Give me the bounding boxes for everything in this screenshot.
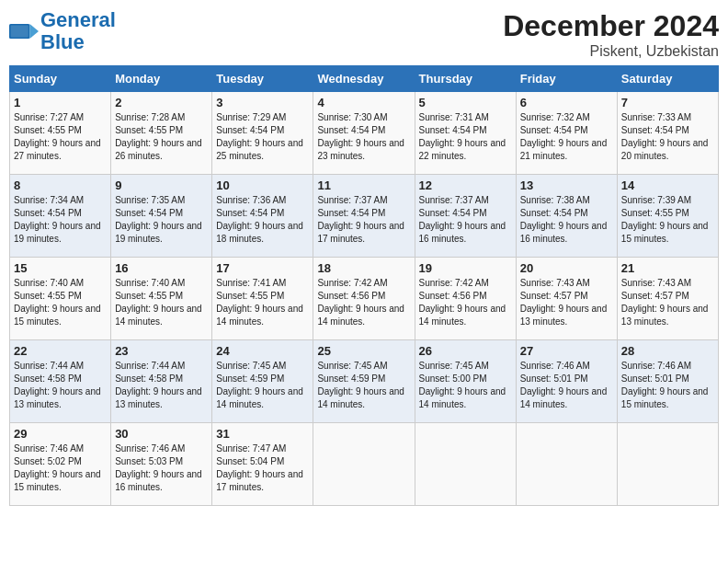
table-row: 4 Sunrise: 7:30 AM Sunset: 4:54 PM Dayli… bbox=[313, 92, 415, 175]
col-sunday: Sunday bbox=[10, 66, 111, 92]
day-info: Sunrise: 7:42 AM Sunset: 4:56 PM Dayligh… bbox=[317, 277, 410, 328]
day-number: 17 bbox=[216, 261, 309, 275]
day-number: 29 bbox=[14, 427, 107, 441]
day-info: Sunrise: 7:28 AM Sunset: 4:55 PM Dayligh… bbox=[115, 111, 208, 163]
table-row: 28 Sunrise: 7:46 AM Sunset: 5:01 PM Dayl… bbox=[617, 340, 718, 423]
day-number: 10 bbox=[216, 178, 309, 192]
logo-name-part2: Blue bbox=[40, 30, 85, 53]
day-number: 26 bbox=[419, 344, 512, 358]
col-wednesday: Wednesday bbox=[313, 66, 415, 92]
day-number: 7 bbox=[621, 96, 714, 109]
table-row: 13 Sunrise: 7:38 AM Sunset: 4:54 PM Dayl… bbox=[516, 175, 617, 258]
day-info: Sunrise: 7:41 AM Sunset: 4:55 PM Dayligh… bbox=[216, 277, 309, 328]
table-row: 9 Sunrise: 7:35 AM Sunset: 4:54 PM Dayli… bbox=[111, 175, 212, 258]
day-info: Sunrise: 7:42 AM Sunset: 4:56 PM Dayligh… bbox=[419, 277, 512, 328]
col-saturday: Saturday bbox=[617, 66, 718, 92]
day-info: Sunrise: 7:37 AM Sunset: 4:54 PM Dayligh… bbox=[419, 194, 512, 246]
day-number: 1 bbox=[14, 96, 107, 109]
table-row: 2 Sunrise: 7:28 AM Sunset: 4:55 PM Dayli… bbox=[111, 92, 212, 175]
table-row: 1 Sunrise: 7:27 AM Sunset: 4:55 PM Dayli… bbox=[10, 92, 111, 175]
day-number: 5 bbox=[419, 96, 512, 109]
day-info: Sunrise: 7:38 AM Sunset: 4:54 PM Dayligh… bbox=[520, 194, 613, 246]
day-number: 8 bbox=[14, 178, 107, 192]
day-number: 16 bbox=[115, 261, 208, 275]
table-row: 20 Sunrise: 7:43 AM Sunset: 4:57 PM Dayl… bbox=[516, 258, 617, 340]
day-info: Sunrise: 7:31 AM Sunset: 4:54 PM Dayligh… bbox=[419, 111, 512, 163]
table-row bbox=[313, 423, 415, 506]
day-number: 11 bbox=[317, 178, 410, 192]
day-info: Sunrise: 7:34 AM Sunset: 4:54 PM Dayligh… bbox=[14, 194, 107, 246]
day-number: 13 bbox=[520, 178, 613, 192]
table-row: 29 Sunrise: 7:46 AM Sunset: 5:02 PM Dayl… bbox=[10, 423, 111, 506]
table-row: 8 Sunrise: 7:34 AM Sunset: 4:54 PM Dayli… bbox=[10, 175, 111, 258]
table-row: 23 Sunrise: 7:44 AM Sunset: 4:58 PM Dayl… bbox=[111, 340, 212, 423]
table-row: 3 Sunrise: 7:29 AM Sunset: 4:54 PM Dayli… bbox=[212, 92, 313, 175]
table-row: 27 Sunrise: 7:46 AM Sunset: 5:01 PM Dayl… bbox=[516, 340, 617, 423]
day-number: 23 bbox=[115, 344, 208, 358]
day-number: 25 bbox=[317, 344, 410, 358]
day-info: Sunrise: 7:27 AM Sunset: 4:55 PM Dayligh… bbox=[14, 111, 107, 163]
logo-name-part1: General bbox=[40, 8, 116, 31]
day-number: 9 bbox=[115, 178, 208, 192]
day-info: Sunrise: 7:40 AM Sunset: 4:55 PM Dayligh… bbox=[115, 277, 208, 328]
day-info: Sunrise: 7:40 AM Sunset: 4:55 PM Dayligh… bbox=[14, 277, 107, 328]
calendar-week-row: 15 Sunrise: 7:40 AM Sunset: 4:55 PM Dayl… bbox=[10, 258, 719, 340]
col-tuesday: Tuesday bbox=[212, 66, 313, 92]
table-row: 21 Sunrise: 7:43 AM Sunset: 4:57 PM Dayl… bbox=[617, 258, 718, 340]
day-info: Sunrise: 7:45 AM Sunset: 5:00 PM Dayligh… bbox=[419, 360, 512, 411]
col-friday: Friday bbox=[516, 66, 617, 92]
table-row bbox=[415, 423, 516, 506]
day-info: Sunrise: 7:46 AM Sunset: 5:03 PM Dayligh… bbox=[115, 442, 208, 494]
day-number: 24 bbox=[216, 344, 309, 358]
day-number: 19 bbox=[419, 261, 512, 275]
day-number: 18 bbox=[317, 261, 410, 275]
table-row: 24 Sunrise: 7:45 AM Sunset: 4:59 PM Dayl… bbox=[212, 340, 313, 423]
calendar-week-row: 29 Sunrise: 7:46 AM Sunset: 5:02 PM Dayl… bbox=[10, 423, 719, 506]
month-year-title: December 2024 bbox=[503, 9, 719, 43]
logo-text: General Blue bbox=[40, 9, 116, 53]
day-number: 3 bbox=[216, 96, 309, 109]
svg-marker-1 bbox=[29, 24, 39, 39]
day-number: 27 bbox=[520, 344, 613, 358]
day-info: Sunrise: 7:47 AM Sunset: 5:04 PM Dayligh… bbox=[216, 442, 309, 494]
table-row: 10 Sunrise: 7:36 AM Sunset: 4:54 PM Dayl… bbox=[212, 175, 313, 258]
day-info: Sunrise: 7:45 AM Sunset: 4:59 PM Dayligh… bbox=[317, 360, 410, 411]
page-header: General Blue December 2024 Piskent, Uzbe… bbox=[9, 9, 719, 60]
table-row: 6 Sunrise: 7:32 AM Sunset: 4:54 PM Dayli… bbox=[516, 92, 617, 175]
table-row: 7 Sunrise: 7:33 AM Sunset: 4:54 PM Dayli… bbox=[617, 92, 718, 175]
day-number: 28 bbox=[621, 344, 714, 358]
location-subtitle: Piskent, Uzbekistan bbox=[503, 43, 719, 60]
table-row bbox=[516, 423, 617, 506]
table-row: 19 Sunrise: 7:42 AM Sunset: 4:56 PM Dayl… bbox=[415, 258, 516, 340]
table-row: 30 Sunrise: 7:46 AM Sunset: 5:03 PM Dayl… bbox=[111, 423, 212, 506]
calendar-week-row: 1 Sunrise: 7:27 AM Sunset: 4:55 PM Dayli… bbox=[10, 92, 719, 175]
title-block: December 2024 Piskent, Uzbekistan bbox=[503, 9, 719, 60]
table-row: 17 Sunrise: 7:41 AM Sunset: 4:55 PM Dayl… bbox=[212, 258, 313, 340]
day-number: 15 bbox=[14, 261, 107, 275]
day-number: 31 bbox=[216, 427, 309, 441]
calendar-table: Sunday Monday Tuesday Wednesday Thursday… bbox=[9, 65, 719, 506]
day-number: 20 bbox=[520, 261, 613, 275]
day-info: Sunrise: 7:43 AM Sunset: 4:57 PM Dayligh… bbox=[520, 277, 613, 328]
table-row: 5 Sunrise: 7:31 AM Sunset: 4:54 PM Dayli… bbox=[415, 92, 516, 175]
day-number: 22 bbox=[14, 344, 107, 358]
day-number: 12 bbox=[419, 178, 512, 192]
day-number: 4 bbox=[317, 96, 410, 109]
table-row: 18 Sunrise: 7:42 AM Sunset: 4:56 PM Dayl… bbox=[313, 258, 415, 340]
day-info: Sunrise: 7:33 AM Sunset: 4:54 PM Dayligh… bbox=[621, 111, 714, 163]
table-row: 16 Sunrise: 7:40 AM Sunset: 4:55 PM Dayl… bbox=[111, 258, 212, 340]
table-row: 12 Sunrise: 7:37 AM Sunset: 4:54 PM Dayl… bbox=[415, 175, 516, 258]
table-row: 25 Sunrise: 7:45 AM Sunset: 4:59 PM Dayl… bbox=[313, 340, 415, 423]
day-info: Sunrise: 7:44 AM Sunset: 4:58 PM Dayligh… bbox=[115, 360, 208, 411]
table-row: 14 Sunrise: 7:39 AM Sunset: 4:55 PM Dayl… bbox=[617, 175, 718, 258]
calendar-week-row: 22 Sunrise: 7:44 AM Sunset: 4:58 PM Dayl… bbox=[10, 340, 719, 423]
day-info: Sunrise: 7:44 AM Sunset: 4:58 PM Dayligh… bbox=[14, 360, 107, 411]
day-info: Sunrise: 7:36 AM Sunset: 4:54 PM Dayligh… bbox=[216, 194, 309, 246]
table-row bbox=[617, 423, 718, 506]
day-number: 2 bbox=[115, 96, 208, 109]
svg-rect-2 bbox=[11, 26, 28, 38]
day-info: Sunrise: 7:46 AM Sunset: 5:02 PM Dayligh… bbox=[14, 442, 107, 494]
day-number: 30 bbox=[115, 427, 208, 441]
day-info: Sunrise: 7:30 AM Sunset: 4:54 PM Dayligh… bbox=[317, 111, 410, 163]
table-row: 11 Sunrise: 7:37 AM Sunset: 4:54 PM Dayl… bbox=[313, 175, 415, 258]
